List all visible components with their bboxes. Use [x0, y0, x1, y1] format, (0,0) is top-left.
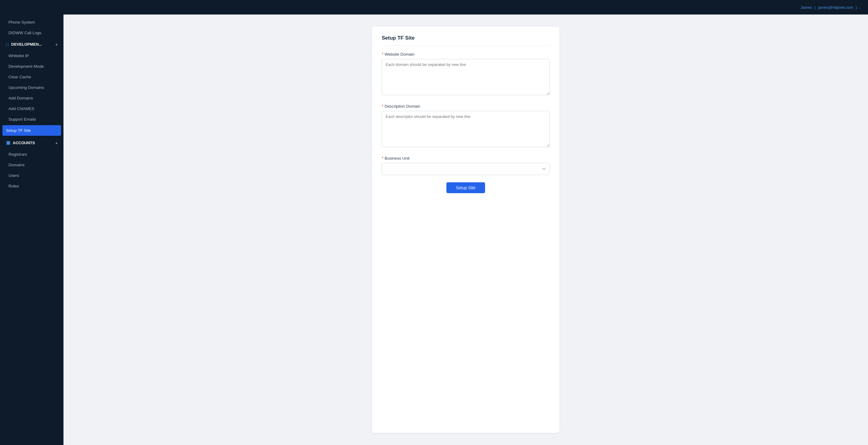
required-star-2: *	[382, 104, 383, 109]
main-content: Setup TF Site * Website Domain * Descrip…	[63, 14, 868, 445]
sidebar-item-phone-system[interactable]: Phone System	[0, 17, 63, 28]
user-email: james@hitpixel.com	[818, 5, 854, 10]
sidebar-item-setup-tf-site[interactable]: Setup TF Site	[2, 125, 61, 136]
business-unit-group: * Business Unit	[382, 156, 550, 175]
description-domain-group: * Description Domain	[382, 104, 550, 148]
user-name: James	[801, 5, 812, 10]
sidebar-section-accounts[interactable]: ▣ ACCOUNTS ▴	[0, 136, 63, 149]
sidebar-item-domains[interactable]: Domains	[0, 159, 63, 170]
sidebar-item-clear-cache[interactable]: Clear Cache	[0, 72, 63, 82]
development-icon: □	[6, 42, 9, 47]
sidebar-item-support-emails[interactable]: Support Emails	[0, 114, 63, 124]
sidebar-item-development-mode[interactable]: Development Mode	[0, 61, 63, 72]
description-domain-input[interactable]	[382, 111, 550, 147]
business-unit-select[interactable]	[382, 163, 550, 175]
section-development-label: DEVELOPMEN...	[11, 42, 42, 47]
description-domain-label: * Description Domain	[382, 104, 550, 109]
accounts-chevron-up-icon: ▴	[56, 141, 57, 145]
chevron-down-icon: ⌄	[858, 5, 861, 9]
sidebar-item-upcoming-domains[interactable]: Upcoming Domains	[0, 82, 63, 93]
topbar: James ( james@hitpixel.com ) ⌄	[0, 0, 868, 14]
section-accounts-label: ACCOUNTS	[13, 141, 35, 145]
topbar-separator: (	[813, 5, 817, 10]
accounts-items: Registrars Domains Users Roles	[0, 149, 63, 191]
card-title: Setup TF Site	[382, 35, 550, 46]
chevron-up-icon: ▴	[56, 42, 57, 46]
sidebar-item-didww-call-logs[interactable]: DIDWW Call Logs	[0, 28, 63, 38]
required-star-1: *	[382, 52, 383, 57]
development-items: Whitelist IP Development Mode Clear Cach…	[0, 51, 63, 136]
sidebar: Phone System DIDWW Call Logs □ DEVELOPME…	[0, 0, 63, 445]
app-layout: James ( james@hitpixel.com ) ⌄ Phone Sys…	[0, 0, 868, 445]
setup-tf-site-card: Setup TF Site * Website Domain * Descrip…	[372, 27, 559, 433]
sidebar-section-development[interactable]: □ DEVELOPMEN... ▴	[0, 38, 63, 51]
sidebar-item-whitelist-ip[interactable]: Whitelist IP	[0, 51, 63, 61]
required-star-3: *	[382, 156, 383, 160]
sidebar-item-add-cnames[interactable]: Add CNAMES	[0, 103, 63, 114]
topbar-separator2: )	[855, 5, 857, 10]
website-domain-input[interactable]	[382, 59, 550, 95]
topbar-user[interactable]: James ( james@hitpixel.com ) ⌄	[801, 5, 861, 10]
setup-site-button[interactable]: Setup Site	[446, 182, 485, 193]
business-unit-label: * Business Unit	[382, 156, 550, 160]
website-domain-label: * Website Domain	[382, 52, 550, 57]
sidebar-item-roles[interactable]: Roles	[0, 181, 63, 191]
sidebar-item-registrars[interactable]: Registrars	[0, 149, 63, 159]
accounts-icon: ▣	[6, 140, 10, 145]
sidebar-item-users[interactable]: Users	[0, 170, 63, 181]
sidebar-item-add-domains[interactable]: Add Domains	[0, 93, 63, 103]
website-domain-group: * Website Domain	[382, 52, 550, 96]
